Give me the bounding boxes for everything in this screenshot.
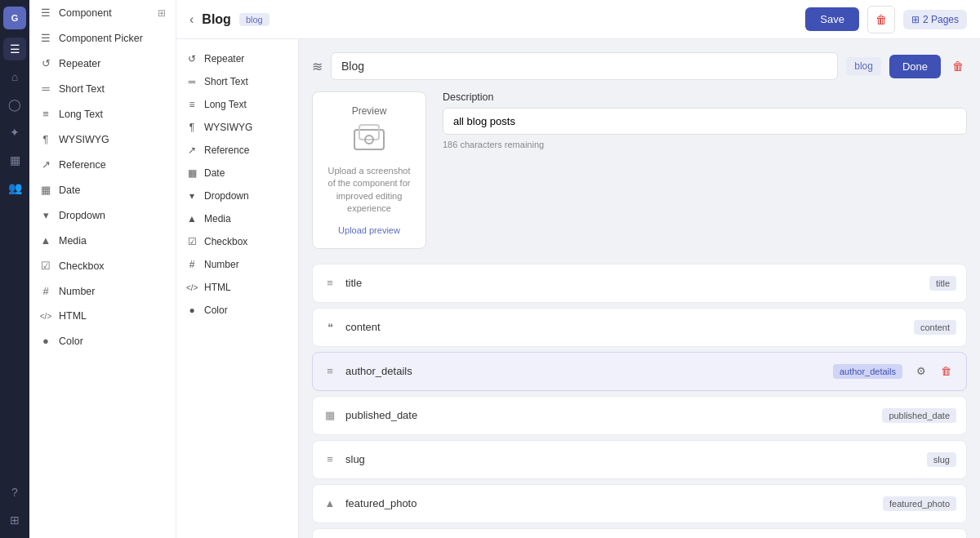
panel-item-repeater[interactable]: ↺ Repeater bbox=[29, 51, 176, 76]
comp-item-dropdown[interactable]: ▾ Dropdown bbox=[176, 185, 298, 207]
reference-icon: ↗ bbox=[39, 158, 52, 171]
comp-label: Short Text bbox=[204, 76, 248, 87]
panel-item-label: HTML bbox=[59, 310, 87, 322]
done-button[interactable]: Done bbox=[889, 55, 941, 78]
field-content-input[interactable] bbox=[345, 321, 906, 333]
panel-item-media[interactable]: ▲ Media bbox=[29, 228, 176, 253]
comp-item-short-text[interactable]: ═ Short Text bbox=[176, 70, 298, 93]
comp-label: WYSIWYG bbox=[204, 122, 252, 133]
comp-item-color[interactable]: ● Color bbox=[176, 299, 298, 322]
blog-tag: blog bbox=[846, 57, 881, 75]
comp-label: Date bbox=[204, 167, 225, 179]
panel-item-date[interactable]: ▦ Date bbox=[29, 177, 176, 202]
wysiwyg-icon: ¶ bbox=[39, 133, 52, 145]
field-tag: featured_photo bbox=[883, 496, 956, 511]
field-slug-input[interactable] bbox=[345, 453, 919, 465]
save-button[interactable]: Save bbox=[805, 7, 859, 31]
checkbox-icon: ☑ bbox=[186, 236, 198, 247]
long-text-icon: ≡ bbox=[39, 108, 52, 120]
table-row: ▲ featured_photo bbox=[312, 484, 967, 523]
comp-item-media[interactable]: ▲ Media bbox=[176, 207, 298, 230]
panel-item-label: Component Picker bbox=[59, 33, 143, 44]
sidebar-icon-settings[interactable]: ⊞ bbox=[3, 509, 26, 531]
panel-item-html[interactable]: </> HTML bbox=[29, 304, 176, 328]
comp-item-reference[interactable]: ↗ Reference bbox=[176, 139, 298, 162]
component-grid-icon: ⊞ bbox=[158, 7, 166, 19]
comp-label: Checkbox bbox=[204, 236, 247, 247]
comp-label: Color bbox=[204, 305, 228, 316]
color-icon: ● bbox=[186, 305, 198, 316]
panel-item-short-text[interactable]: ═ Short Text bbox=[29, 76, 176, 101]
comp-item-number[interactable]: # Number bbox=[176, 253, 298, 276]
panel-item-checkbox[interactable]: ☑ Checkbox bbox=[29, 253, 176, 278]
field-author-input[interactable] bbox=[345, 365, 825, 377]
panel-item-component-picker[interactable]: ☰ Component Picker bbox=[29, 25, 176, 51]
blog-name-input[interactable] bbox=[331, 52, 838, 80]
repeater-icon: ↺ bbox=[186, 53, 198, 64]
panel-item-label: Short Text bbox=[59, 83, 105, 95]
color-icon: ● bbox=[39, 335, 52, 347]
media-icon: ▲ bbox=[186, 213, 198, 225]
content-area: ↺ Repeater ═ Short Text ≡ Long Text ¶ WY… bbox=[176, 39, 980, 538]
field-tag: slug bbox=[927, 452, 956, 467]
delete-button[interactable]: 🗑 bbox=[867, 6, 895, 33]
sidebar-icon-menu[interactable]: ☰ bbox=[3, 38, 26, 60]
calendar-icon: ▦ bbox=[323, 409, 337, 421]
component-icon: ☰ bbox=[39, 7, 52, 19]
sidebar-icon-help[interactable]: ? bbox=[3, 481, 26, 504]
description-input[interactable] bbox=[443, 108, 967, 135]
panel-item-label: Color bbox=[59, 336, 83, 347]
comp-item-date[interactable]: ▦ Date bbox=[176, 162, 298, 185]
panel-item-label: Long Text bbox=[59, 109, 103, 120]
date-icon: ▦ bbox=[186, 167, 198, 179]
pages-label: 2 Pages bbox=[923, 14, 959, 25]
panel-item-label: Reference bbox=[59, 159, 106, 171]
comp-item-wysiwyg[interactable]: ¶ WYSIWYG bbox=[176, 116, 298, 139]
sidebar-icon-users[interactable]: 👥 bbox=[3, 176, 26, 199]
upload-button[interactable]: Upload preview bbox=[338, 225, 400, 235]
panel-item-label: Number bbox=[59, 286, 95, 297]
panel-item-reference[interactable]: ↗ Reference bbox=[29, 152, 176, 177]
drag-icon: ≡ bbox=[323, 453, 337, 465]
comp-item-repeater[interactable]: ↺ Repeater bbox=[176, 47, 298, 70]
media-icon: ▲ bbox=[323, 497, 337, 509]
sidebar-icon-star[interactable]: ✦ bbox=[3, 121, 26, 144]
media-icon: ▲ bbox=[39, 234, 52, 247]
panel-item-number[interactable]: # Number bbox=[29, 278, 176, 304]
drag-icon: ≡ bbox=[323, 365, 337, 377]
panel-item-label: Checkbox bbox=[59, 260, 105, 272]
field-tag: author_details bbox=[833, 364, 902, 379]
back-button[interactable]: ‹ bbox=[189, 12, 194, 27]
panel-item-dropdown[interactable]: ▾ Dropdown bbox=[29, 202, 176, 228]
delete-field-button[interactable]: 🗑 bbox=[935, 361, 956, 382]
sidebar-icon-circle[interactable]: ◯ bbox=[3, 93, 26, 116]
table-row: ≡ author_details ⚙ 🗑 bbox=[312, 352, 967, 391]
comp-label: Dropdown bbox=[204, 190, 249, 202]
settings-button[interactable]: ⚙ bbox=[911, 361, 932, 382]
panel-item-long-text[interactable]: ≡ Long Text bbox=[29, 101, 176, 127]
reference-icon: ↗ bbox=[186, 145, 198, 156]
sidebar-icon-home[interactable]: ⌂ bbox=[3, 65, 26, 88]
dropdown-icon: ▾ bbox=[186, 190, 198, 202]
field-title-input[interactable] bbox=[345, 277, 921, 289]
number-icon: # bbox=[39, 285, 52, 297]
delete-row-button[interactable]: 🗑 bbox=[949, 56, 967, 76]
field-photo-input[interactable] bbox=[345, 497, 875, 509]
panel-item-label: Media bbox=[59, 235, 87, 247]
component-type-list: ↺ Repeater ═ Short Text ≡ Long Text ¶ WY… bbox=[176, 39, 299, 538]
sidebar-icon-grid[interactable]: ▦ bbox=[3, 149, 26, 171]
panel-item-component[interactable]: ☰ Component ⊞ bbox=[29, 0, 176, 25]
comp-item-long-text[interactable]: ≡ Long Text bbox=[176, 93, 298, 116]
panel-item-wysiwyg[interactable]: ¶ WYSIWYG bbox=[29, 127, 176, 152]
panel-item-color[interactable]: ● Color bbox=[29, 328, 176, 353]
description-hint: 186 characters remaining bbox=[443, 140, 967, 149]
user-avatar[interactable]: G bbox=[3, 7, 26, 29]
panel-item-label: WYSIWYG bbox=[59, 134, 109, 145]
trash-icon: 🗑 bbox=[875, 13, 887, 26]
app-sidebar: G ☰ ⌂ ◯ ✦ ▦ 👥 ? ⊞ bbox=[0, 0, 29, 538]
comp-item-checkbox[interactable]: ☑ Checkbox bbox=[176, 230, 298, 253]
comp-item-html[interactable]: </> HTML bbox=[176, 276, 298, 299]
field-published-input[interactable] bbox=[345, 409, 874, 421]
pages-icon: ⊞ bbox=[911, 14, 920, 25]
main-area: ‹ Blog blog Save 🗑 ⊞ 2 Pages ↺ Repeater … bbox=[176, 0, 980, 538]
